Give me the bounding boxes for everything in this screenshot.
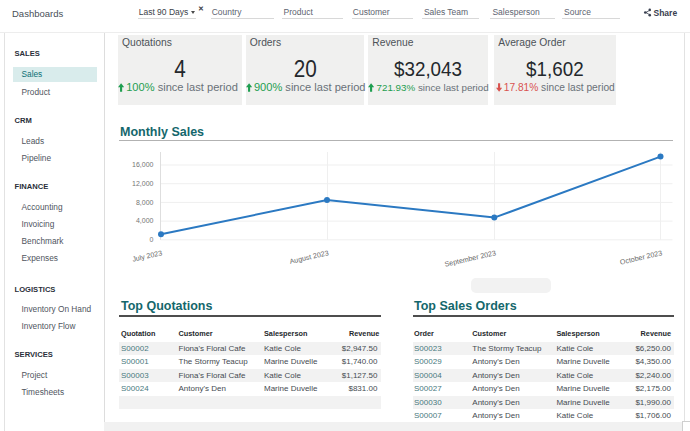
- svg-text:September 2023: September 2023: [444, 249, 497, 269]
- svg-text:0: 0: [150, 236, 154, 243]
- svg-text:August 2023: August 2023: [289, 249, 330, 266]
- svg-text:12,000: 12,000: [132, 180, 154, 187]
- svg-text:July 2023: July 2023: [132, 249, 163, 264]
- svg-text:8,000: 8,000: [136, 199, 154, 206]
- svg-text:4,000: 4,000: [136, 217, 154, 224]
- svg-text:October 2023: October 2023: [619, 249, 663, 266]
- svg-text:16,000: 16,000: [132, 161, 154, 168]
